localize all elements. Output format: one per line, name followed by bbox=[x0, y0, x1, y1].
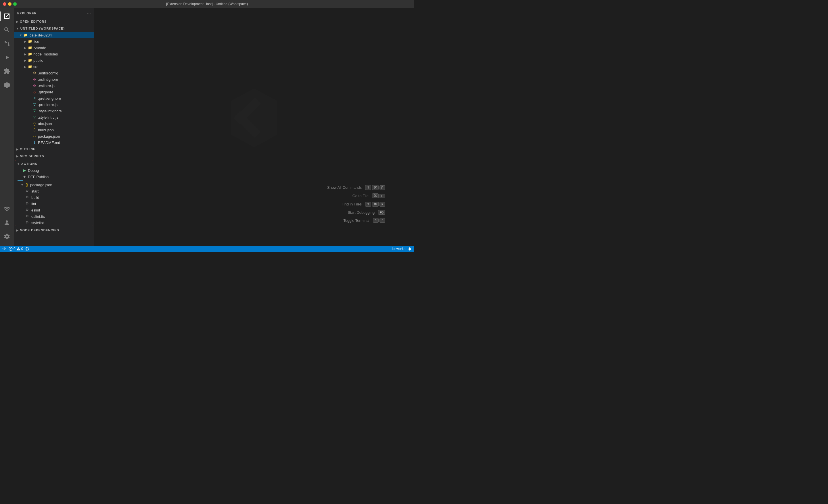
folder-icon: 📁 bbox=[23, 33, 28, 37]
root-folder[interactable]: ▼ 📁 icejs-lite-0204 bbox=[14, 32, 94, 38]
abc-json-icon: {} bbox=[32, 121, 37, 126]
stylelintrc-icon: ∇ bbox=[32, 115, 37, 120]
build-json-label: build.json bbox=[38, 128, 54, 132]
npm-scripts-header[interactable]: ▶ NPM SCRIPTS bbox=[14, 152, 94, 159]
script-eslint-item[interactable]: ⚙ eslint bbox=[15, 207, 93, 213]
debug-action-item[interactable]: ▶ Debug bbox=[15, 167, 93, 174]
sidebar-header-actions: ··· bbox=[87, 11, 91, 16]
maximize-button[interactable] bbox=[13, 2, 17, 6]
explorer-icon[interactable] bbox=[0, 9, 14, 23]
node-dep-label: NODE DEPENDENCIES bbox=[20, 228, 59, 232]
tree-item[interactable]: ◇ .gitignore bbox=[14, 89, 94, 95]
toggle-terminal-label: Toggle Terminal bbox=[343, 218, 369, 223]
minimize-button[interactable] bbox=[8, 2, 11, 6]
find-in-files-keys: ⇧ ⌘ F bbox=[365, 202, 385, 207]
iceworks-activity-icon[interactable] bbox=[0, 78, 14, 92]
open-editors-chevron: ▶ bbox=[16, 20, 19, 23]
tree-item[interactable]: {} package.json bbox=[14, 133, 94, 139]
watch-status[interactable] bbox=[25, 247, 29, 251]
find-in-files-label: Find in Files bbox=[341, 202, 362, 206]
account-activity-icon[interactable] bbox=[0, 216, 14, 230]
outline-header[interactable]: ▶ OUTLINE bbox=[14, 146, 94, 152]
actions-header[interactable]: ▼ ACTIONS bbox=[15, 161, 93, 167]
src-label: src bbox=[33, 65, 38, 69]
vscode-label: .vscode bbox=[33, 46, 46, 50]
key-p: P bbox=[379, 185, 385, 190]
tree-item[interactable]: ≡ .prettierignore bbox=[14, 95, 94, 101]
script-lint-item[interactable]: ⚙ lint bbox=[15, 200, 93, 207]
vscode-chevron: ▶ bbox=[23, 46, 28, 49]
editorconfig-label: .editorconfig bbox=[38, 71, 58, 75]
script-build-icon: ⚙ bbox=[26, 195, 30, 200]
key-shift2: ⇧ bbox=[365, 202, 371, 207]
source-control-activity-icon[interactable] bbox=[0, 37, 14, 51]
tree-item[interactable]: ⚙ .editorconfig bbox=[14, 70, 94, 76]
tree-item[interactable]: ⊙ .eslintrc.js bbox=[14, 83, 94, 89]
vscode-logo bbox=[222, 86, 286, 168]
tree-item[interactable]: ⊙ .eslintignore bbox=[14, 76, 94, 83]
stylelintignore-icon: ∇ bbox=[32, 108, 37, 113]
npm-scripts-chevron: ▶ bbox=[16, 154, 19, 158]
workspace-chevron: ▼ bbox=[16, 27, 19, 30]
svg-marker-0 bbox=[4, 82, 10, 88]
outline-label: OUTLINE bbox=[20, 147, 35, 151]
script-eslint-fix-item[interactable]: ⚙ eslint:fix bbox=[15, 213, 93, 220]
script-eslint-icon: ⚙ bbox=[26, 208, 30, 212]
tree-item[interactable]: ∇ .stylelintignore bbox=[14, 108, 94, 114]
debug-run-icon: ▶ bbox=[22, 168, 27, 173]
public-folder-icon: 📁 bbox=[28, 58, 32, 63]
key-ctrl: ^ bbox=[373, 218, 379, 223]
workspace-header[interactable]: ▼ UNTITLED (WORKSPACE) bbox=[14, 25, 94, 32]
editorconfig-icon: ⚙ bbox=[32, 71, 37, 75]
search-activity-icon[interactable] bbox=[0, 23, 14, 37]
script-start-item[interactable]: ⚙ start bbox=[15, 188, 93, 194]
node-dependencies-header[interactable]: ▶ NODE DEPENDENCIES bbox=[14, 227, 94, 234]
errors-status[interactable]: 0 0 bbox=[9, 247, 23, 251]
tree-item[interactable]: ▶ 📁 src bbox=[14, 63, 94, 70]
sidebar-header-title: Explorer bbox=[17, 11, 37, 15]
key-f: F bbox=[379, 202, 385, 207]
notifications-status[interactable] bbox=[408, 247, 412, 251]
script-eslint-fix-icon: ⚙ bbox=[26, 214, 30, 219]
debug-label: Debug bbox=[28, 168, 39, 173]
tree-item[interactable]: ∇ .prettierrc.js bbox=[14, 101, 94, 108]
extensions-activity-icon[interactable] bbox=[0, 64, 14, 78]
tree-item[interactable]: ▶ 📁 .ice bbox=[14, 38, 94, 45]
package-json-scripts-folder[interactable]: ▼ {} package.json bbox=[15, 182, 93, 188]
vscode-folder-icon: 📁 bbox=[28, 45, 32, 50]
open-editors-header[interactable]: ▶ OPEN EDITORS bbox=[14, 18, 94, 25]
script-stylelint-item[interactable]: ⚙ stylelint bbox=[15, 220, 93, 226]
remote-status[interactable] bbox=[2, 247, 6, 251]
eslintrc-label: .eslintrc.js bbox=[38, 84, 55, 88]
script-build-label: build bbox=[31, 195, 39, 200]
node-modules-icon: 📁 bbox=[28, 52, 32, 56]
script-stylelint-label: stylelint bbox=[31, 221, 44, 225]
src-folder-icon: 📁 bbox=[28, 64, 32, 69]
tree-item[interactable]: ∇ .stylelintrc.js bbox=[14, 114, 94, 121]
tree-item[interactable]: ▶ 📁 public bbox=[14, 57, 94, 63]
node-modules-label: node_modules bbox=[33, 52, 58, 56]
settings-activity-icon[interactable] bbox=[0, 230, 14, 243]
titlebar: [Extension Development Host] - Untitled … bbox=[0, 0, 414, 8]
go-to-file-keys: ⌘ P bbox=[372, 193, 385, 198]
shortcuts-panel: Show All Commands ⇧ ⌘ P Go to File ⌘ P F… bbox=[327, 185, 385, 223]
prettierignore-icon: ≡ bbox=[32, 96, 37, 101]
sidebar-more-button[interactable]: ··· bbox=[87, 11, 91, 16]
toggle-terminal-row: Toggle Terminal ^ ` bbox=[327, 218, 385, 223]
close-button[interactable] bbox=[3, 2, 6, 6]
readme-label: README.md bbox=[38, 140, 60, 145]
tree-item[interactable]: {} abc.json bbox=[14, 121, 94, 127]
tree-item[interactable]: {} build.json bbox=[14, 127, 94, 133]
tree-item[interactable]: ▶ 📁 .vscode bbox=[14, 45, 94, 51]
tree-item[interactable]: ℹ README.md bbox=[14, 139, 94, 146]
script-build-item[interactable]: ⚙ build bbox=[15, 194, 93, 200]
def-publish-action-item[interactable]: ✈ DEF Publish bbox=[15, 174, 93, 180]
tree-item[interactable]: ▶ 📁 node_modules bbox=[14, 51, 94, 57]
iceworks-status[interactable]: Iceworks bbox=[392, 247, 405, 251]
prettierrc-label: .prettierrc.js bbox=[38, 103, 57, 107]
sidebar: Explorer ··· ▶ OPEN EDITORS ▼ UNTITLED (… bbox=[14, 8, 94, 246]
remote-activity-icon[interactable] bbox=[0, 202, 14, 216]
abc-json-label: abc.json bbox=[38, 122, 52, 126]
node-dep-chevron: ▶ bbox=[16, 229, 19, 232]
run-activity-icon[interactable] bbox=[0, 51, 14, 64]
